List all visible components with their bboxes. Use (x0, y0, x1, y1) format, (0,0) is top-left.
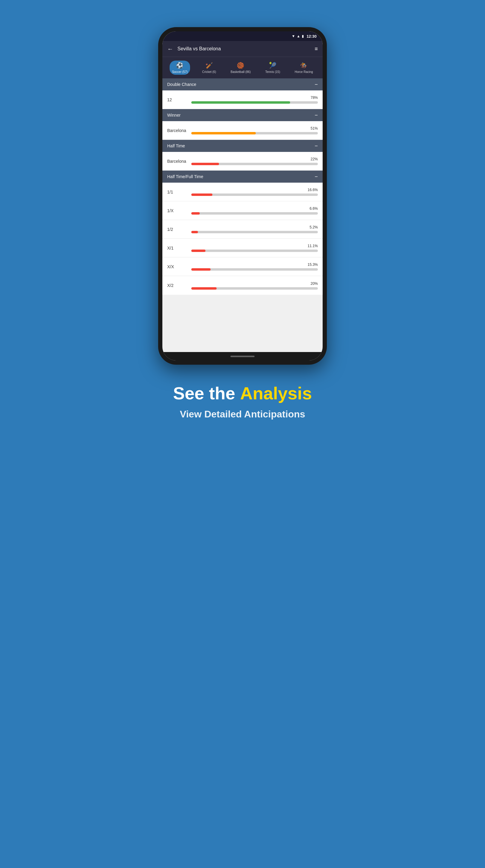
row-bar-container-half-time-full-time-0: 16.6% (191, 188, 318, 196)
section-header-winner[interactable]: Winner − (162, 109, 323, 121)
back-button[interactable]: ← (167, 45, 173, 53)
row-bar-container-winner-0: 51% (191, 126, 318, 134)
menu-button[interactable]: ≡ (315, 46, 318, 52)
home-bar (162, 352, 323, 361)
section-header-double-chance[interactable]: Double Chance − (162, 79, 323, 90)
row-percent-half-time-full-time-3: 11.1% (308, 244, 318, 248)
row-label-half-time-0: Barcelona (167, 159, 191, 164)
bar-fill-half-time-full-time-4 (191, 268, 211, 271)
cricket-label: Cricket (6) (202, 70, 216, 73)
tennis-icon: 🎾 (269, 62, 277, 69)
bar-track-half-time-0 (191, 163, 318, 165)
data-row-half-time-full-time-0: 1/1 16.6% (162, 183, 323, 201)
row-percent-half-time-full-time-0: 16.6% (308, 188, 318, 192)
sport-horse-racing[interactable]: 🏇 Horce Racing (292, 61, 315, 75)
bar-track-half-time-full-time-4 (191, 268, 318, 271)
row-bar-container-half-time-full-time-5: 20% (191, 281, 318, 290)
app-header: ← Sevilla vs Barcelona ≡ (162, 41, 323, 57)
row-label-half-time-full-time-1: 1/X (167, 208, 191, 213)
row-bar-container-half-time-full-time-4: 15.3% (191, 262, 318, 271)
promo-subtitle: View Detailed Anticipations (173, 409, 312, 420)
row-bar-container-half-time-full-time-2: 5.2% (191, 225, 318, 233)
row-label-half-time-full-time-5: X/2 (167, 283, 191, 288)
horse-icon: 🏇 (300, 62, 308, 69)
horse-label: Horce Racing (295, 70, 313, 73)
bar-fill-half-time-full-time-3 (191, 250, 205, 252)
section-collapse-half-time[interactable]: − (315, 143, 318, 149)
wifi-icon: ▼ (292, 34, 295, 38)
section-title-half-time-full-time: Half Time/Full Time (167, 174, 203, 179)
data-row-half-time-full-time-5: X/2 20% (162, 276, 323, 295)
match-title: Sevilla vs Barcelona (177, 46, 315, 52)
battery-icon: ▮ (302, 34, 304, 38)
see-the-prefix: See the (173, 383, 240, 403)
status-time: 12:30 (307, 34, 317, 38)
basketball-label: Basketball (86) (231, 70, 251, 73)
status-bar: ▼ ▲ ▮ 12:30 (162, 31, 323, 41)
bar-track-half-time-full-time-3 (191, 250, 318, 252)
bar-fill-half-time-full-time-5 (191, 287, 217, 290)
row-bar-container-half-time-0: 22% (191, 157, 318, 165)
row-label-double-chance-0: 12 (167, 97, 191, 102)
data-row-winner-0: Barcelona 51% (162, 121, 323, 140)
section-header-half-time-full-time[interactable]: Half Time/Full Time − (162, 170, 323, 183)
section-title-half-time: Half Time (167, 144, 185, 148)
soccer-label: Soccer (57) (172, 70, 188, 73)
soccer-icon: ⚽ (176, 62, 184, 69)
row-label-half-time-full-time-2: 1/2 (167, 227, 191, 232)
bottom-promo: See the Analysis View Detailed Anticipat… (143, 383, 342, 420)
row-label-half-time-full-time-3: X/1 (167, 246, 191, 250)
bar-track-half-time-full-time-0 (191, 193, 318, 196)
cricket-icon: 🏏 (205, 62, 213, 69)
row-bar-container-half-time-full-time-3: 11.1% (191, 244, 318, 252)
section-collapse-winner[interactable]: − (315, 112, 318, 119)
row-label-half-time-full-time-4: X/X (167, 264, 191, 269)
bar-track-half-time-full-time-5 (191, 287, 318, 290)
phone-frame: ▼ ▲ ▮ 12:30 ← Sevilla vs Barcelona ≡ ⚽ S… (158, 27, 327, 365)
row-bar-container-double-chance-0: 78% (191, 96, 318, 104)
sport-basketball[interactable]: 🏀 Basketball (86) (228, 61, 253, 75)
signal-icon: ▲ (297, 34, 300, 38)
row-percent-half-time-0: 22% (311, 157, 318, 161)
data-row-half-time-full-time-2: 1/2 5.2% (162, 220, 323, 239)
data-row-half-time-0: Barcelona 22% (162, 152, 323, 170)
status-icons: ▼ ▲ ▮ 12:30 (292, 34, 317, 38)
row-percent-double-chance-0: 78% (311, 96, 318, 100)
sports-navigation: ⚽ Soccer (57) 🏏 Cricket (6) 🏀 Basketball… (162, 57, 323, 79)
home-pill (230, 355, 255, 357)
row-percent-winner-0: 51% (311, 126, 318, 130)
main-content: Double Chance − 12 78% Winner − Barcelon… (162, 79, 323, 352)
analysis-highlight: Analysis (240, 383, 312, 403)
section-collapse-half-time-full-time[interactable]: − (315, 174, 318, 180)
row-percent-half-time-full-time-4: 15.3% (308, 262, 318, 267)
bar-fill-half-time-full-time-0 (191, 193, 213, 196)
sport-cricket[interactable]: 🏏 Cricket (6) (200, 61, 218, 75)
data-row-half-time-full-time-1: 1/X 6.6% (162, 201, 323, 220)
sport-soccer[interactable]: ⚽ Soccer (57) (170, 61, 190, 75)
bar-fill-half-time-0 (191, 163, 219, 165)
row-bar-container-half-time-full-time-1: 6.6% (191, 207, 318, 215)
data-row-half-time-full-time-4: X/X 15.3% (162, 257, 323, 276)
bar-track-half-time-full-time-1 (191, 212, 318, 215)
phone-screen: ▼ ▲ ▮ 12:30 ← Sevilla vs Barcelona ≡ ⚽ S… (162, 31, 323, 361)
section-collapse-double-chance[interactable]: − (315, 82, 318, 88)
bar-fill-winner-0 (191, 132, 256, 134)
bar-fill-half-time-full-time-2 (191, 231, 198, 233)
section-title-double-chance: Double Chance (167, 82, 196, 87)
bar-track-double-chance-0 (191, 101, 318, 104)
data-row-half-time-full-time-3: X/1 11.1% (162, 239, 323, 257)
row-percent-half-time-full-time-2: 5.2% (310, 225, 318, 229)
row-percent-half-time-full-time-5: 20% (311, 281, 318, 286)
bar-fill-half-time-full-time-1 (191, 212, 200, 215)
row-percent-half-time-full-time-1: 6.6% (310, 207, 318, 211)
row-label-half-time-full-time-0: 1/1 (167, 190, 191, 194)
bar-track-winner-0 (191, 132, 318, 134)
bar-track-half-time-full-time-2 (191, 231, 318, 233)
section-header-half-time[interactable]: Half Time − (162, 140, 323, 152)
bar-fill-double-chance-0 (191, 101, 290, 104)
sport-tennis[interactable]: 🎾 Tennis (15) (263, 61, 283, 75)
tennis-label: Tennis (15) (265, 70, 280, 73)
section-title-winner: Winner (167, 113, 181, 118)
promo-headline: See the Analysis (173, 383, 312, 404)
page-background: ▼ ▲ ▮ 12:30 ← Sevilla vs Barcelona ≡ ⚽ S… (0, 0, 485, 868)
